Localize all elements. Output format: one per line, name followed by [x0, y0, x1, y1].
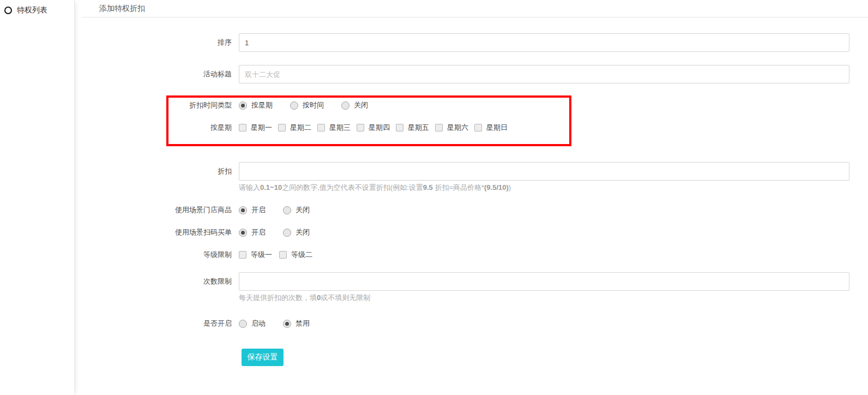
checkbox-label: 星期二 — [290, 123, 311, 133]
checkbox-friday[interactable]: 星期五 — [396, 123, 429, 133]
checkbox-level-one[interactable]: 等级一 — [239, 250, 272, 260]
checkbox-label: 星期五 — [408, 123, 429, 133]
checkbox-level-two[interactable]: 等级二 — [279, 250, 312, 260]
radio-icon[interactable] — [283, 229, 291, 237]
checkbox-icon[interactable] — [239, 124, 246, 131]
checkbox-label: 星期一 — [251, 123, 272, 133]
count-limit-hint: 每天提供折扣的次数，填0或不填则无限制 — [239, 294, 868, 302]
radio-label: 按星期 — [251, 100, 273, 110]
radio-store-on[interactable]: 开启 — [239, 205, 266, 215]
checkbox-label: 星期六 — [447, 123, 468, 133]
form-row-sort: 排序 — [81, 33, 868, 52]
checkbox-icon[interactable] — [239, 251, 246, 259]
form-row-enabled: 是否开启 启动 禁用 — [81, 318, 868, 329]
radio-label: 禁用 — [296, 319, 310, 328]
scene-store-label: 使用场景门店商品 — [81, 205, 232, 216]
form-row-discount: 折扣 请输入0.1~10之间的数字,值为空代表不设置折扣(例如:设置9.5 折扣… — [81, 162, 868, 192]
checkbox-tuesday[interactable]: 星期二 — [278, 123, 311, 133]
radio-scan-on[interactable]: 开启 — [239, 228, 266, 237]
enabled-label: 是否开启 — [81, 318, 232, 329]
checkbox-icon[interactable] — [435, 124, 443, 131]
page-title: 添加特权折扣 — [82, 0, 868, 17]
radio-label: 关闭 — [296, 228, 310, 237]
checkbox-icon[interactable] — [396, 124, 403, 131]
main-panel: 添加特权折扣 排序 活动标题 折扣时间类型 按星期 按时间 关闭 — [75, 0, 868, 366]
weekdays-label: 按星期 — [81, 122, 232, 133]
count-limit-input[interactable] — [239, 272, 849, 291]
radio-icon[interactable] — [290, 101, 298, 110]
form-row-level-limit: 等级限制 等级一 等级二 — [81, 249, 868, 260]
sort-input[interactable] — [239, 33, 849, 52]
checkbox-label: 等级二 — [291, 250, 312, 260]
checkbox-wednesday[interactable]: 星期三 — [317, 123, 351, 133]
radio-label: 启动 — [251, 319, 266, 328]
checkbox-sunday[interactable]: 星期日 — [474, 123, 508, 133]
form-row-time-type: 折扣时间类型 按星期 按时间 关闭 — [81, 100, 868, 111]
radio-enable[interactable]: 启动 — [239, 319, 266, 328]
radio-disable[interactable]: 禁用 — [283, 319, 310, 328]
sidebar: 特权列表 — [0, 0, 75, 395]
scene-scan-label: 使用场景扫码买单 — [81, 227, 232, 238]
activity-title-input[interactable] — [239, 65, 849, 83]
checkbox-label: 星期日 — [486, 123, 508, 133]
radio-label: 按时间 — [303, 100, 324, 110]
radio-label: 关闭 — [354, 100, 368, 110]
checkbox-thursday[interactable]: 星期四 — [357, 123, 390, 133]
form-row-weekdays: 按星期 星期一 星期二 星期三 星期四 星期五 — [81, 122, 868, 133]
radio-store-off[interactable]: 关闭 — [283, 205, 310, 215]
checkbox-label: 星期四 — [369, 123, 390, 133]
radio-off[interactable]: 关闭 — [341, 100, 368, 110]
count-limit-label: 次数限制 — [81, 272, 232, 291]
discount-input[interactable] — [239, 162, 849, 181]
checkbox-icon[interactable] — [317, 124, 325, 131]
form-row-scene-scan: 使用场景扫码买单 开启 关闭 — [81, 227, 868, 238]
form-row-title: 活动标题 — [81, 65, 868, 83]
sidebar-item-privilege-list[interactable]: 特权列表 — [0, 0, 74, 21]
checkbox-icon[interactable] — [474, 124, 482, 131]
checkbox-monday[interactable]: 星期一 — [239, 123, 272, 133]
radio-by-time[interactable]: 按时间 — [290, 100, 324, 110]
save-settings-button[interactable]: 保存设置 — [242, 349, 284, 366]
discount-hint: 请输入0.1~10之间的数字,值为空代表不设置折扣(例如:设置9.5 折扣=商品… — [239, 183, 868, 192]
time-type-label: 折扣时间类型 — [81, 100, 232, 111]
checkbox-label: 等级一 — [251, 250, 272, 260]
radio-icon[interactable] — [239, 101, 247, 110]
form-row-save: 保存设置 — [242, 349, 868, 366]
checkbox-icon[interactable] — [278, 124, 286, 131]
title-label: 活动标题 — [81, 65, 232, 83]
sidebar-item-label: 特权列表 — [17, 5, 47, 15]
radio-icon[interactable] — [341, 101, 349, 110]
radio-icon[interactable] — [283, 320, 291, 328]
level-limit-label: 等级限制 — [81, 249, 232, 260]
radio-icon[interactable] — [239, 206, 247, 214]
radio-icon[interactable] — [283, 206, 291, 214]
checkbox-label: 星期三 — [329, 123, 351, 133]
radio-scan-off[interactable]: 关闭 — [283, 228, 310, 237]
radio-label: 开启 — [251, 228, 266, 237]
circle-icon — [4, 7, 12, 14]
discount-label: 折扣 — [81, 162, 232, 181]
sort-label: 排序 — [81, 33, 232, 52]
form-row-scene-store: 使用场景门店商品 开启 关闭 — [81, 205, 868, 216]
checkbox-saturday[interactable]: 星期六 — [435, 123, 468, 133]
radio-icon[interactable] — [239, 320, 247, 328]
radio-icon[interactable] — [239, 229, 247, 237]
radio-label: 关闭 — [296, 205, 310, 215]
radio-by-week[interactable]: 按星期 — [239, 100, 273, 110]
radio-label: 开启 — [251, 205, 266, 215]
form-row-count-limit: 次数限制 每天提供折扣的次数，填0或不填则无限制 — [81, 272, 868, 302]
checkbox-icon[interactable] — [357, 124, 364, 131]
checkbox-icon[interactable] — [279, 251, 287, 259]
